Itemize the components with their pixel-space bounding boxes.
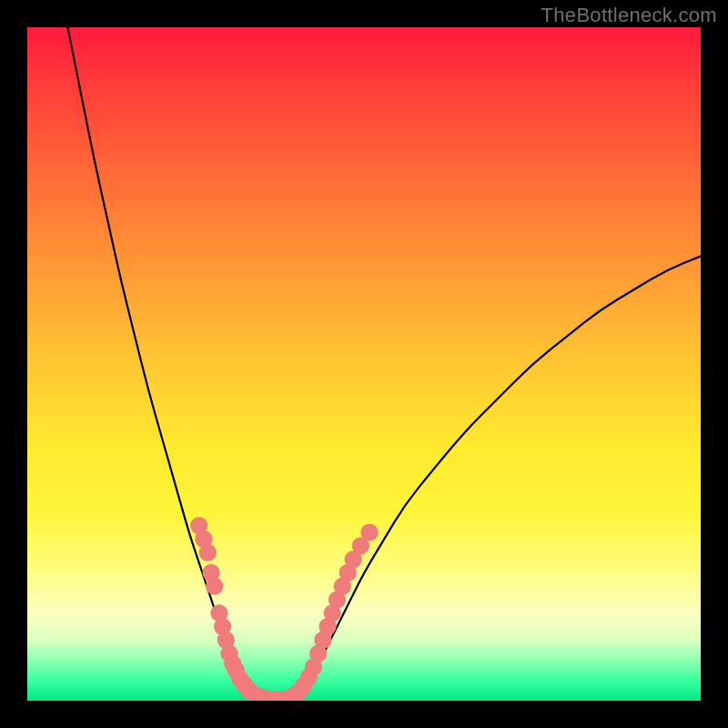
series-right-branch	[297, 257, 701, 698]
series-left-branch	[67, 27, 256, 697]
data-marker	[360, 523, 378, 541]
watermark-text: TheBottleneck.com	[541, 4, 717, 27]
chart-svg	[27, 27, 701, 701]
data-marker	[206, 578, 223, 595]
marker-group	[190, 517, 378, 701]
series-group	[67, 27, 701, 700]
plot-area	[27, 27, 701, 701]
data-marker	[199, 544, 217, 561]
chart-frame: TheBottleneck.com	[0, 0, 728, 728]
